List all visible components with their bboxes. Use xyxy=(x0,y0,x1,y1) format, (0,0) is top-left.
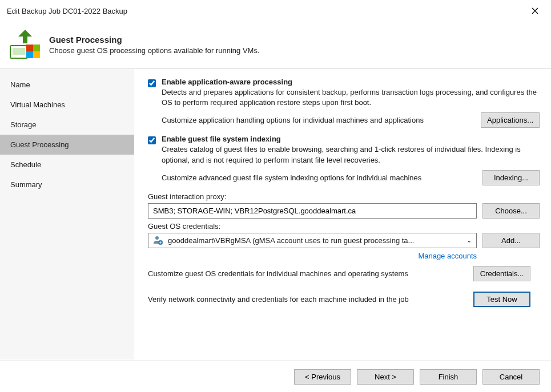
credentials-value: gooddealmart\VBRgMSA (gMSA account uses … xyxy=(168,236,466,245)
add-credentials-button[interactable]: Add... xyxy=(482,233,540,248)
indexing-customize-label: Customize advanced guest file system ind… xyxy=(162,173,482,182)
indexing-button[interactable]: Indexing... xyxy=(482,170,540,185)
svg-rect-1 xyxy=(13,48,25,55)
nav-item-summary[interactable]: Summary xyxy=(0,175,134,195)
credentials-dropdown[interactable]: gooddealmart\VBRgMSA (gMSA account uses … xyxy=(148,233,477,248)
page-title: Guest Processing xyxy=(49,35,260,45)
nav-item-name[interactable]: Name xyxy=(0,75,134,95)
proxy-input[interactable] xyxy=(148,203,477,219)
indexing-title: Enable guest file system indexing xyxy=(162,135,540,143)
indexing-desc: Creates catalog of guest files to enable… xyxy=(162,144,538,165)
svg-rect-3 xyxy=(33,45,40,51)
svg-rect-4 xyxy=(26,51,33,58)
cancel-button[interactable]: Cancel xyxy=(482,369,540,385)
svg-rect-5 xyxy=(33,51,40,58)
credentials-label: Guest OS credentials: xyxy=(148,222,540,231)
indexing-checkbox[interactable] xyxy=(148,136,156,144)
verify-label: Verify network connectivity and credenti… xyxy=(148,295,468,304)
app-aware-desc: Detects and prepares applications for co… xyxy=(162,87,538,108)
credentials-customize-label: Customize guest OS credentials for indiv… xyxy=(148,269,468,278)
nav-item-virtual-machines[interactable]: Virtual Machines xyxy=(0,95,134,115)
account-icon xyxy=(153,235,163,245)
window-title: Edit Backup Job DC01-2022 Backup xyxy=(7,7,526,15)
next-button[interactable]: Next > xyxy=(357,369,414,385)
wizard-nav: Name Virtual Machines Storage Guest Proc… xyxy=(0,69,134,359)
close-icon xyxy=(532,7,538,14)
finish-button[interactable]: Finish xyxy=(420,369,477,385)
choose-proxy-button[interactable]: Choose... xyxy=(482,203,540,219)
credentials-button[interactable]: Credentials... xyxy=(473,266,530,281)
nav-item-guest-processing[interactable]: Guest Processing xyxy=(0,135,134,155)
header: Guest Processing Choose guest OS process… xyxy=(0,22,551,68)
chevron-down-icon: ⌄ xyxy=(466,237,472,244)
app-aware-title: Enable application-aware processing xyxy=(162,78,540,86)
page-subtitle: Choose guest OS processing options avail… xyxy=(49,46,260,55)
svg-rect-2 xyxy=(26,45,33,51)
proxy-label: Guest interaction proxy: xyxy=(148,192,540,201)
manage-accounts-link[interactable]: Manage accounts xyxy=(148,252,477,260)
svg-point-6 xyxy=(155,236,159,240)
previous-button[interactable]: < Previous xyxy=(294,369,351,385)
wizard-footer: < Previous Next > Finish Cancel xyxy=(0,361,551,392)
test-now-button[interactable]: Test Now xyxy=(473,292,530,307)
guest-processing-icon xyxy=(9,29,41,60)
app-aware-checkbox[interactable] xyxy=(148,79,156,87)
app-aware-customize-label: Customize application handling options f… xyxy=(162,116,481,124)
nav-item-schedule[interactable]: Schedule xyxy=(0,155,134,175)
applications-button[interactable]: Applications... xyxy=(481,112,540,128)
close-button[interactable] xyxy=(526,2,544,20)
nav-item-storage[interactable]: Storage xyxy=(0,115,134,135)
